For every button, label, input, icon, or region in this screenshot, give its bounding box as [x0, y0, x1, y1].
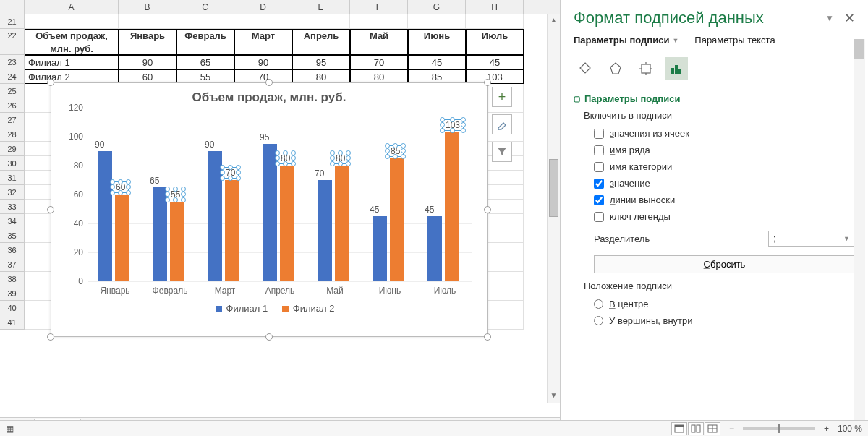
page-break-view-button[interactable] [705, 422, 720, 435]
checkbox-values-from-cells[interactable]: значения из ячеек [574, 125, 855, 142]
row-header[interactable]: 28 [0, 127, 25, 142]
table-cell[interactable]: 70 [350, 55, 408, 69]
data-label[interactable]: 45 [425, 205, 434, 215]
resize-handle[interactable] [484, 333, 491, 341]
checkbox-series-name[interactable]: имя ряда [574, 142, 855, 158]
col-header[interactable]: A [25, 0, 119, 14]
table-row-label[interactable]: Филиал 1 [25, 55, 119, 69]
tab-label-options[interactable]: Параметры подписи▼ [574, 35, 678, 46]
bar[interactable] [115, 195, 129, 281]
data-label[interactable]: 60 [112, 181, 129, 193]
table-cell[interactable]: 95 [292, 55, 350, 69]
data-label[interactable]: 95 [260, 132, 269, 142]
bar[interactable] [445, 132, 459, 281]
bar[interactable] [98, 151, 112, 281]
table-header-cell[interactable]: Март [234, 29, 292, 55]
table-cell[interactable]: 85 [408, 69, 466, 84]
chart-filters-button[interactable] [492, 142, 512, 162]
table-cell[interactable]: 45 [466, 55, 524, 69]
row-header[interactable]: 30 [0, 156, 25, 171]
effects-icon[interactable] [604, 57, 627, 80]
row-header[interactable]: 36 [0, 243, 25, 257]
col-header[interactable]: E [292, 0, 350, 14]
grid[interactable]: 21 22 Объем продаж, млн. руб. Январь Фев… [0, 14, 560, 417]
data-label[interactable]: 70 [315, 168, 324, 179]
row-header[interactable]: 27 [0, 113, 25, 127]
table-cell[interactable]: 65 [176, 55, 234, 69]
row-header[interactable]: 35 [0, 228, 25, 243]
row-header[interactable]: 25 [0, 84, 25, 98]
table-row-label[interactable]: Филиал 2 [25, 69, 119, 84]
bar[interactable] [280, 166, 294, 281]
col-header[interactable]: G [408, 0, 466, 14]
section-label-options[interactable]: ▢Параметры подписи [574, 90, 855, 108]
vertical-scrollbar[interactable]: ▲ ▼ [547, 14, 560, 403]
checkbox-legend-key[interactable]: ключ легенды [574, 208, 855, 225]
fill-line-icon[interactable] [574, 57, 597, 80]
bar[interactable] [335, 166, 349, 281]
data-label[interactable]: 80 [332, 153, 349, 164]
zoom-level[interactable]: 100 % [838, 424, 862, 434]
page-layout-view-button[interactable] [688, 422, 704, 435]
checkbox-category-name[interactable]: имя категории [574, 158, 855, 175]
table-header-cell[interactable]: Объем продаж, млн. руб. [25, 29, 119, 55]
scroll-up-icon[interactable]: ▲ [548, 14, 560, 27]
row-header[interactable]: 38 [0, 272, 25, 286]
checkbox-value[interactable]: значение [574, 175, 855, 192]
chart-styles-button[interactable] [492, 114, 512, 134]
scroll-thumb[interactable] [549, 159, 558, 217]
scroll-down-icon[interactable]: ▼ [548, 390, 560, 403]
bar[interactable] [390, 158, 404, 281]
row-header[interactable]: 41 [0, 315, 25, 330]
resize-handle[interactable] [484, 206, 491, 213]
table-cell[interactable]: 90 [234, 55, 292, 69]
bar[interactable] [225, 180, 239, 281]
reset-button[interactable]: Сбросить [594, 255, 855, 273]
col-header[interactable]: B [119, 0, 176, 14]
table-cell[interactable]: 80 [292, 69, 350, 84]
zoom-out-button[interactable]: − [729, 424, 734, 434]
row-header[interactable]: 29 [0, 142, 25, 156]
table-cell[interactable]: 90 [119, 55, 176, 69]
table-header-cell[interactable]: Апрель [292, 29, 350, 55]
row-header[interactable]: 37 [0, 257, 25, 272]
col-header[interactable]: C [176, 0, 234, 14]
radio-center[interactable]: В центре [574, 296, 855, 312]
data-label[interactable]: 65 [150, 176, 159, 186]
label-options-icon[interactable] [665, 57, 688, 80]
bar[interactable] [373, 216, 387, 281]
panel-scrollbar[interactable]: ▲ ▼ [854, 39, 865, 430]
table-cell[interactable]: 70 [234, 69, 292, 84]
data-label[interactable]: 55 [167, 189, 184, 200]
bar[interactable] [170, 202, 184, 281]
resize-handle[interactable] [47, 333, 54, 341]
data-label[interactable]: 90 [205, 140, 214, 150]
data-label[interactable]: 85 [387, 145, 404, 157]
data-label[interactable]: 90 [95, 140, 104, 150]
table-cell[interactable]: 80 [350, 69, 408, 84]
size-properties-icon[interactable] [634, 57, 658, 80]
row-header[interactable]: 34 [0, 214, 25, 228]
scroll-thumb[interactable] [854, 39, 864, 59]
bar[interactable] [318, 180, 332, 281]
row-header[interactable]: 40 [0, 301, 25, 315]
chart-elements-button[interactable]: + [492, 87, 512, 107]
data-label[interactable]: 45 [370, 205, 379, 215]
tab-text-options[interactable]: Параметры текста [694, 35, 775, 46]
row-header[interactable]: 32 [0, 185, 25, 200]
data-label[interactable]: 70 [222, 167, 239, 179]
checkbox-leader-lines[interactable]: линии выноски [574, 192, 855, 208]
select-all-corner[interactable] [0, 0, 25, 14]
col-header[interactable]: H [466, 0, 524, 14]
separator-select[interactable]: ;▼ [768, 231, 855, 247]
table-cell[interactable]: 103 [466, 69, 524, 84]
row-header[interactable]: 23 [0, 55, 25, 69]
table-header-cell[interactable]: Май [350, 29, 408, 55]
row-header[interactable]: 24 [0, 69, 25, 84]
row-header[interactable]: 21 [0, 14, 25, 29]
row-header[interactable]: 26 [0, 98, 25, 113]
row-header[interactable]: 31 [0, 171, 25, 185]
zoom-in-button[interactable]: + [824, 424, 829, 434]
close-panel-button[interactable]: ✕ [844, 10, 855, 26]
chart-title[interactable]: Объем продаж, млн. руб. [51, 83, 487, 108]
